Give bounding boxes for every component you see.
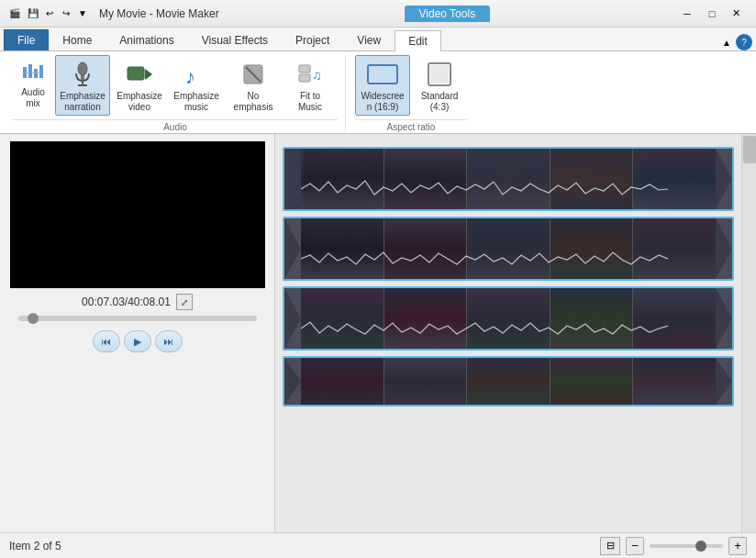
- minimize-button[interactable]: ─: [675, 5, 699, 23]
- emphasize-music-button[interactable]: ♪ Emphasize music: [169, 55, 224, 116]
- timeline-panel[interactable]: [275, 134, 756, 532]
- audio-group: Audio mix Emphasize narration: [6, 55, 346, 131]
- audio-mix-label: Audio mix: [17, 87, 49, 109]
- undo-icon[interactable]: ↩: [42, 6, 57, 21]
- time-code: 00:07.03/40:08.01: [82, 296, 171, 308]
- status-bar: Item 2 of 5 ⊟ − +: [0, 532, 756, 558]
- quick-save-icon[interactable]: 💾: [26, 6, 40, 21]
- no-emphasis-label: No emphasis: [230, 91, 276, 113]
- play-button[interactable]: ▶: [124, 330, 151, 352]
- tab-animations[interactable]: Animations: [106, 29, 187, 50]
- timeline-track[interactable]: [283, 217, 734, 281]
- preview-panel: 00:07.03/40:08.01 ⤢ ⏮ ▶ ⏭: [0, 134, 275, 532]
- tab-project[interactable]: Project: [282, 29, 343, 50]
- fit-to-music-icon: ♫: [294, 58, 327, 91]
- main-content: 00:07.03/40:08.01 ⤢ ⏮ ▶ ⏭: [0, 134, 756, 532]
- scrollbar-thumb[interactable]: [743, 136, 756, 163]
- rewind-button[interactable]: ⏮: [93, 330, 120, 352]
- audio-mix-icon: [18, 58, 48, 87]
- emphasize-narration-button[interactable]: Emphasize narration: [55, 55, 110, 116]
- waveform-svg: [301, 246, 668, 272]
- ribbon-collapse-icon[interactable]: ▲: [719, 35, 734, 50]
- tab-view[interactable]: View: [343, 29, 395, 50]
- emphasize-music-icon: ♪: [180, 58, 213, 91]
- app-icon: 🎬: [7, 6, 22, 21]
- fit-to-music-button[interactable]: ♫ Fit to Music: [283, 55, 338, 116]
- forward-button[interactable]: ⏭: [155, 330, 183, 352]
- zoom-in-button[interactable]: +: [728, 537, 747, 555]
- maximize-button[interactable]: □: [700, 5, 724, 23]
- svg-rect-9: [128, 67, 144, 80]
- widescreen-icon: [366, 58, 399, 91]
- status-text: Item 2 of 5: [9, 540, 61, 552]
- ribbon-panel: Audio mix Emphasize narration: [0, 51, 756, 134]
- svg-rect-1: [28, 64, 32, 78]
- no-emphasis-icon: [237, 58, 270, 91]
- standard-label: Standard (4:3): [417, 91, 462, 113]
- timeline-scrollbar[interactable]: [741, 134, 756, 532]
- aspect-ratio-group-label: Aspect ratio: [355, 119, 467, 132]
- audio-group-label: Audio: [13, 119, 338, 132]
- svg-rect-3: [39, 65, 43, 78]
- fit-to-music-label: Fit to Music: [287, 91, 333, 113]
- timeline-track[interactable]: [283, 356, 734, 407]
- waveform-svg: [301, 316, 668, 341]
- svg-rect-20: [430, 65, 449, 84]
- svg-rect-15: [299, 74, 310, 82]
- timeline-track[interactable]: [283, 286, 734, 351]
- emphasize-narration-label: Emphasize narration: [60, 91, 106, 113]
- ribbon-tabs: File Home Animations Visual Effects Proj…: [0, 28, 756, 51]
- audio-mix-button[interactable]: Audio mix: [13, 55, 53, 112]
- no-emphasis-button[interactable]: No emphasis: [226, 55, 281, 116]
- monitor-button[interactable]: ⊟: [600, 537, 620, 555]
- preview-screen: [10, 141, 265, 288]
- preview-scrubber[interactable]: [18, 316, 257, 321]
- aspect-ratio-group: Widescreen (16:9) Standard (4:3) Aspect …: [348, 55, 474, 131]
- zoom-thumb[interactable]: [695, 541, 706, 552]
- emphasize-video-icon: [123, 58, 156, 91]
- svg-rect-18: [370, 67, 395, 82]
- svg-point-5: [78, 62, 87, 75]
- window-title: My Movie - Movie Maker: [99, 7, 219, 20]
- svg-marker-10: [145, 69, 152, 80]
- title-bar: 🎬 💾 ↩ ↪ ▼ My Movie - Movie Maker Video T…: [0, 0, 756, 28]
- tab-home[interactable]: Home: [49, 29, 106, 50]
- video-tools-badge: Video Tools: [405, 6, 491, 22]
- svg-text:♫: ♫: [312, 68, 322, 83]
- scrubber-thumb[interactable]: [28, 313, 39, 324]
- emphasize-music-label: Emphasize music: [173, 91, 219, 113]
- emphasize-narration-icon: [66, 58, 99, 91]
- tab-visual-effects[interactable]: Visual Effects: [188, 29, 282, 50]
- svg-text:♪: ♪: [185, 65, 195, 88]
- close-button[interactable]: ✕: [725, 5, 749, 23]
- redo-icon[interactable]: ↪: [59, 6, 73, 21]
- timeline-track[interactable]: [283, 147, 734, 211]
- widescreen-button[interactable]: Widescreen (16:9): [355, 55, 410, 116]
- customize-icon[interactable]: ▼: [75, 6, 90, 21]
- tab-edit[interactable]: Edit: [395, 30, 441, 51]
- standard-button[interactable]: Standard (4:3): [412, 55, 467, 116]
- waveform-svg: [301, 176, 668, 202]
- zoom-slider[interactable]: [650, 544, 723, 548]
- preview-time-display: 00:07.03/40:08.01 ⤢: [82, 294, 193, 310]
- svg-rect-14: [299, 65, 310, 73]
- emphasize-video-label: Emphasize video: [117, 91, 162, 113]
- help-icon[interactable]: ?: [736, 34, 752, 50]
- standard-icon: [423, 58, 456, 91]
- emphasize-video-button[interactable]: Emphasize video: [112, 55, 167, 116]
- svg-rect-2: [34, 69, 38, 78]
- fullscreen-button[interactable]: ⤢: [176, 294, 193, 310]
- status-controls: ⊟ − +: [600, 537, 747, 555]
- zoom-out-button[interactable]: −: [626, 537, 644, 555]
- preview-controls: ⏮ ▶ ⏭: [93, 330, 183, 352]
- widescreen-label: Widescreen (16:9): [360, 91, 406, 113]
- tab-file[interactable]: File: [4, 29, 49, 50]
